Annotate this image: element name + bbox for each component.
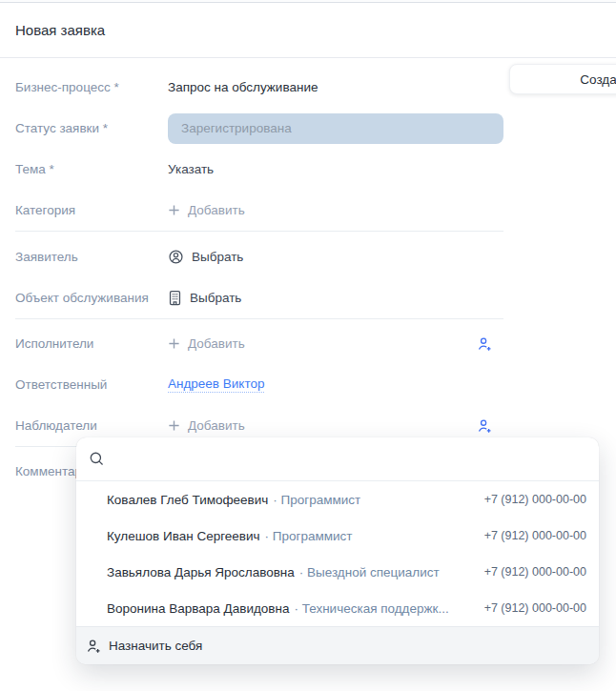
- person-role: · Программист: [265, 529, 353, 543]
- observers-add-label: Добавить: [188, 418, 245, 433]
- person-circle-icon: [168, 249, 184, 265]
- field-label: Наблюдатели: [0, 418, 168, 433]
- person-name: Завьялова Дарья Ярославовна: [107, 565, 295, 579]
- page-title: Новая заявка: [15, 22, 105, 38]
- page-header: Новая заявка: [0, 3, 616, 58]
- plus-icon: [168, 204, 180, 216]
- person-name: Кулешов Иван Сергеевич: [107, 529, 260, 543]
- person-name: Воронина Варвара Давидовна: [107, 601, 289, 616]
- person-option[interactable]: Завьялова Дарья Ярославовна · Выездной с…: [76, 554, 599, 590]
- field-business-process: Бизнес-процесс * Запрос на обслуживание: [0, 67, 503, 108]
- subject-set-button[interactable]: Указать: [168, 162, 214, 176]
- create-button[interactable]: Создать: [509, 64, 616, 94]
- applicant-select-button[interactable]: Выбрать: [168, 249, 243, 265]
- person-add-icon: [477, 336, 492, 352]
- executors-add-button[interactable]: Добавить: [168, 336, 245, 351]
- form-group-parties: Заявитель Выбрать Объект обслуживани: [0, 232, 503, 318]
- person-add-icon: [86, 639, 101, 654]
- form-group-main: Бизнес-процесс * Запрос на обслуживание …: [0, 58, 503, 231]
- dropdown-search-row: [76, 437, 599, 481]
- field-service-object: Объект обслуживания: [0, 277, 503, 318]
- field-label: Тема *: [0, 162, 168, 176]
- person-phone: +7 (912) 000-00-00: [475, 601, 586, 615]
- building-icon: [168, 290, 182, 306]
- responsible-link[interactable]: Андреев Виктор: [168, 376, 264, 393]
- executors-assign-button[interactable]: [477, 336, 492, 352]
- search-icon: [89, 451, 105, 467]
- executors-add-label: Добавить: [188, 336, 245, 351]
- field-status: Статус заявки * Зарегистрирована: [0, 108, 503, 149]
- applicant-select-label: Выбрать: [192, 250, 243, 264]
- field-label: Объект обслуживания: [0, 291, 168, 305]
- category-add-button[interactable]: Добавить: [168, 203, 245, 217]
- field-subject: Тема * Указать: [0, 149, 503, 190]
- business-process-value[interactable]: Запрос на обслуживание: [168, 80, 318, 94]
- form-group-people: Исполнители Добавить: [0, 319, 503, 446]
- assign-self-button[interactable]: Назначить себя: [76, 626, 599, 664]
- field-label: Бизнес-процесс *: [0, 80, 168, 94]
- person-phone: +7 (912) 000-00-00: [475, 565, 586, 579]
- field-label: Статус заявки *: [0, 121, 168, 135]
- field-responsible: Ответственный Андреев Виктор: [0, 364, 503, 405]
- person-phone: +7 (912) 000-00-00: [475, 493, 586, 506]
- plus-icon: [168, 337, 180, 350]
- person-add-icon: [477, 418, 492, 434]
- service-object-select-button[interactable]: Выбрать: [168, 290, 241, 306]
- field-label: Ответственный: [0, 377, 168, 392]
- field-category: Категория Добавить: [0, 190, 503, 231]
- service-object-select-label: Выбрать: [190, 291, 241, 305]
- observers-assign-button[interactable]: [477, 418, 492, 434]
- person-option[interactable]: Воронина Варвара Давидовна · Техническая…: [76, 590, 599, 626]
- assign-self-label: Назначить себя: [109, 639, 202, 653]
- field-applicant: Заявитель Выбрать: [0, 236, 503, 277]
- field-label: Исполнители: [0, 336, 168, 351]
- person-option[interactable]: Ковалев Глеб Тимофеевич · Программист +7…: [76, 481, 599, 518]
- person-role: · Программист: [273, 493, 360, 507]
- dropdown-search-input[interactable]: [114, 437, 599, 480]
- person-phone: +7 (912) 000-00-00: [475, 529, 586, 542]
- plus-icon: [168, 419, 180, 432]
- field-label: Заявитель: [0, 250, 168, 264]
- field-executors: Исполнители Добавить: [0, 323, 503, 364]
- status-chip: Зарегистрирована: [168, 113, 503, 144]
- person-name: Ковалев Глеб Тимофеевич: [107, 493, 268, 507]
- observer-picker-dropdown: Ковалев Глеб Тимофеевич · Программист +7…: [76, 437, 599, 664]
- person-role: · Техническая поддержк...: [294, 601, 448, 616]
- observers-add-button[interactable]: Добавить: [168, 418, 245, 433]
- person-role: · Выездной специалист: [299, 565, 440, 579]
- person-option[interactable]: Кулешов Иван Сергеевич · Программист +7 …: [76, 518, 599, 554]
- category-add-label: Добавить: [188, 203, 245, 217]
- field-label: Категория: [0, 203, 168, 217]
